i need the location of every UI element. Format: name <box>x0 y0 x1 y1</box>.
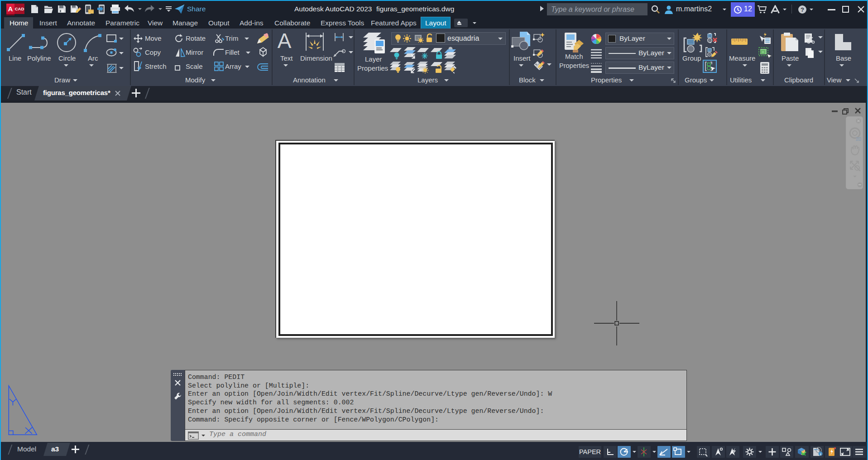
svg-text:i: i <box>820 452 821 456</box>
svg-text:2D: 2D <box>856 137 861 142</box>
svg-text:?: ? <box>801 6 804 13</box>
